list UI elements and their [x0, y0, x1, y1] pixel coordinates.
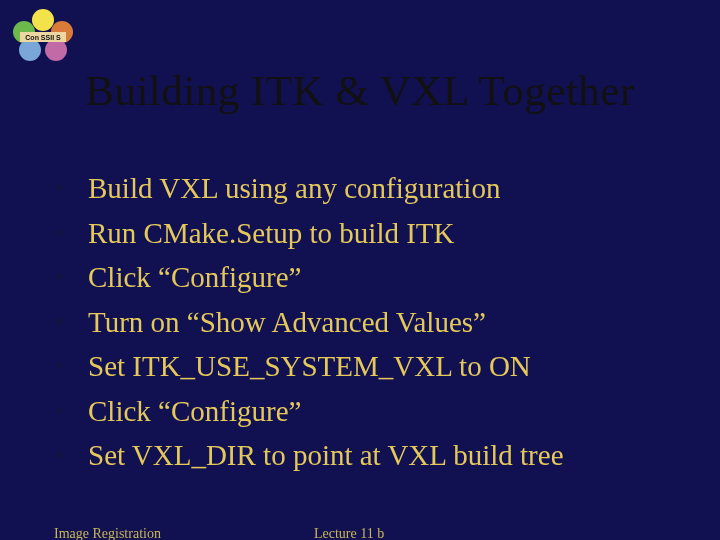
svg-text:Con SSII S: Con SSII S [25, 34, 61, 41]
list-item: • Click “Configure” [54, 255, 674, 300]
bullet-text: Run CMake.Setup to build ITK [88, 211, 455, 256]
bullet-icon: • [54, 211, 88, 256]
bullet-text: Set VXL_DIR to point at VXL build tree [88, 433, 564, 478]
bullet-text: Build VXL using any configuration [88, 166, 500, 211]
list-item: • Set ITK_USE_SYSTEM_VXL to ON [54, 344, 674, 389]
bullet-text: Click “Configure” [88, 389, 301, 434]
bullet-icon: • [54, 433, 88, 478]
bullet-text: Set ITK_USE_SYSTEM_VXL to ON [88, 344, 531, 389]
list-item: • Run CMake.Setup to build ITK [54, 211, 674, 256]
list-item: • Turn on “Show Advanced Values” [54, 300, 674, 345]
bullet-text: Turn on “Show Advanced Values” [88, 300, 486, 345]
list-item: • Build VXL using any configuration [54, 166, 674, 211]
footer-left-text: Image Registration [54, 526, 161, 540]
bullet-icon: • [54, 300, 88, 345]
svg-point-4 [45, 39, 67, 61]
list-item: • Click “Configure” [54, 389, 674, 434]
footer-mid-text: Lecture 11 b [314, 526, 384, 540]
svg-point-3 [19, 39, 41, 61]
bullet-list: • Build VXL using any configuration • Ru… [54, 166, 674, 478]
slide-title: Building ITK & VXL Together [0, 66, 720, 115]
bullet-icon: • [54, 344, 88, 389]
bullet-icon: • [54, 389, 88, 434]
list-item: • Set VXL_DIR to point at VXL build tree [54, 433, 674, 478]
bullet-icon: • [54, 166, 88, 211]
bullet-icon: • [54, 255, 88, 300]
bullet-text: Click “Configure” [88, 255, 301, 300]
svg-point-0 [32, 9, 54, 31]
logo-icon: Con SSII S [8, 8, 78, 63]
